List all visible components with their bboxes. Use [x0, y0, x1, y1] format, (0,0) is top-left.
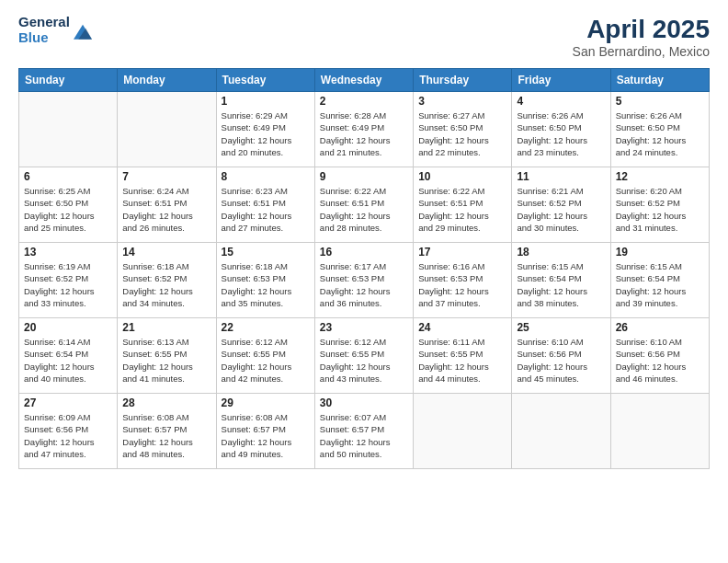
day-info: Sunrise: 6:28 AM Sunset: 6:49 PM Dayligh… — [320, 109, 408, 158]
day-number: 10 — [418, 170, 506, 183]
day-number: 28 — [122, 396, 210, 409]
calendar-cell: 13Sunrise: 6:19 AM Sunset: 6:52 PM Dayli… — [19, 243, 118, 318]
calendar-cell: 10Sunrise: 6:22 AM Sunset: 6:51 PM Dayli… — [414, 167, 512, 243]
day-info: Sunrise: 6:13 AM Sunset: 6:55 PM Dayligh… — [122, 336, 210, 385]
calendar-cell: 1Sunrise: 6:29 AM Sunset: 6:49 PM Daylig… — [216, 92, 314, 167]
day-number: 2 — [320, 95, 408, 108]
day-number: 30 — [320, 396, 408, 409]
day-info: Sunrise: 6:20 AM Sunset: 6:52 PM Dayligh… — [616, 185, 704, 234]
day-number: 16 — [320, 246, 408, 259]
logo: General Blue — [18, 15, 92, 45]
day-info: Sunrise: 6:17 AM Sunset: 6:53 PM Dayligh… — [320, 260, 408, 309]
day-number: 1 — [222, 95, 310, 108]
calendar-cell: 17Sunrise: 6:16 AM Sunset: 6:53 PM Dayli… — [414, 243, 512, 318]
day-number: 11 — [517, 170, 605, 183]
day-info: Sunrise: 6:19 AM Sunset: 6:52 PM Dayligh… — [24, 260, 112, 309]
day-number: 8 — [222, 170, 310, 183]
day-number: 4 — [517, 95, 605, 108]
day-info: Sunrise: 6:22 AM Sunset: 6:51 PM Dayligh… — [418, 185, 506, 234]
calendar-cell: 30Sunrise: 6:07 AM Sunset: 6:57 PM Dayli… — [314, 394, 413, 469]
calendar-cell: 14Sunrise: 6:18 AM Sunset: 6:52 PM Dayli… — [118, 243, 216, 318]
day-info: Sunrise: 6:11 AM Sunset: 6:55 PM Dayligh… — [418, 336, 506, 385]
weekday-header-tuesday: Tuesday — [216, 69, 314, 92]
page: General Blue April 2025 San Bernardino, … — [0, 0, 728, 563]
logo-general: General — [18, 15, 70, 30]
day-number: 25 — [517, 321, 605, 334]
day-number: 6 — [24, 170, 112, 183]
calendar-cell: 22Sunrise: 6:12 AM Sunset: 6:55 PM Dayli… — [216, 318, 314, 394]
day-number: 3 — [418, 95, 506, 108]
calendar-cell: 26Sunrise: 6:10 AM Sunset: 6:56 PM Dayli… — [610, 318, 709, 394]
day-number: 27 — [24, 396, 112, 409]
day-info: Sunrise: 6:25 AM Sunset: 6:50 PM Dayligh… — [24, 185, 112, 234]
day-number: 29 — [222, 396, 310, 409]
day-info: Sunrise: 6:26 AM Sunset: 6:50 PM Dayligh… — [616, 109, 704, 158]
day-info: Sunrise: 6:08 AM Sunset: 6:57 PM Dayligh… — [122, 411, 210, 460]
day-info: Sunrise: 6:22 AM Sunset: 6:51 PM Dayligh… — [320, 185, 408, 234]
day-info: Sunrise: 6:18 AM Sunset: 6:52 PM Dayligh… — [122, 260, 210, 309]
day-info: Sunrise: 6:09 AM Sunset: 6:56 PM Dayligh… — [24, 411, 112, 460]
calendar-cell: 27Sunrise: 6:09 AM Sunset: 6:56 PM Dayli… — [19, 394, 118, 469]
day-number: 15 — [222, 246, 310, 259]
header: General Blue April 2025 San Bernardino, … — [18, 15, 710, 59]
day-number: 20 — [24, 321, 112, 334]
location: San Bernardino, Mexico — [573, 44, 710, 59]
day-number: 19 — [616, 246, 704, 259]
calendar-cell: 4Sunrise: 6:26 AM Sunset: 6:50 PM Daylig… — [512, 92, 610, 167]
week-row-2: 13Sunrise: 6:19 AM Sunset: 6:52 PM Dayli… — [19, 243, 710, 318]
day-info: Sunrise: 6:14 AM Sunset: 6:54 PM Dayligh… — [24, 336, 112, 385]
day-info: Sunrise: 6:29 AM Sunset: 6:49 PM Dayligh… — [222, 109, 310, 158]
day-number: 22 — [222, 321, 310, 334]
calendar-cell: 25Sunrise: 6:10 AM Sunset: 6:56 PM Dayli… — [512, 318, 610, 394]
calendar-cell: 28Sunrise: 6:08 AM Sunset: 6:57 PM Dayli… — [118, 394, 216, 469]
calendar-cell: 6Sunrise: 6:25 AM Sunset: 6:50 PM Daylig… — [19, 167, 118, 243]
calendar-cell: 11Sunrise: 6:21 AM Sunset: 6:52 PM Dayli… — [512, 167, 610, 243]
calendar-cell: 16Sunrise: 6:17 AM Sunset: 6:53 PM Dayli… — [314, 243, 413, 318]
calendar-cell — [19, 92, 118, 167]
day-info: Sunrise: 6:27 AM Sunset: 6:50 PM Dayligh… — [418, 109, 506, 158]
calendar-cell: 15Sunrise: 6:18 AM Sunset: 6:53 PM Dayli… — [216, 243, 314, 318]
day-number: 14 — [122, 246, 210, 259]
day-number: 23 — [320, 321, 408, 334]
day-info: Sunrise: 6:07 AM Sunset: 6:57 PM Dayligh… — [320, 411, 408, 460]
calendar-cell: 18Sunrise: 6:15 AM Sunset: 6:54 PM Dayli… — [512, 243, 610, 318]
day-info: Sunrise: 6:15 AM Sunset: 6:54 PM Dayligh… — [616, 260, 704, 309]
calendar-cell: 23Sunrise: 6:12 AM Sunset: 6:55 PM Dayli… — [314, 318, 413, 394]
month-title: April 2025 — [573, 15, 710, 44]
calendar-cell: 2Sunrise: 6:28 AM Sunset: 6:49 PM Daylig… — [314, 92, 413, 167]
logo-text: General Blue — [18, 15, 70, 45]
logo-icon — [74, 22, 92, 40]
weekday-header-saturday: Saturday — [610, 69, 709, 92]
calendar-cell: 8Sunrise: 6:23 AM Sunset: 6:51 PM Daylig… — [216, 167, 314, 243]
day-number: 13 — [24, 246, 112, 259]
day-info: Sunrise: 6:10 AM Sunset: 6:56 PM Dayligh… — [616, 336, 704, 385]
week-row-3: 20Sunrise: 6:14 AM Sunset: 6:54 PM Dayli… — [19, 318, 710, 394]
calendar-cell: 29Sunrise: 6:08 AM Sunset: 6:57 PM Dayli… — [216, 394, 314, 469]
calendar-cell: 7Sunrise: 6:24 AM Sunset: 6:51 PM Daylig… — [118, 167, 216, 243]
day-info: Sunrise: 6:24 AM Sunset: 6:51 PM Dayligh… — [122, 185, 210, 234]
day-number: 18 — [517, 246, 605, 259]
calendar-cell — [610, 394, 709, 469]
weekday-header-wednesday: Wednesday — [314, 69, 413, 92]
calendar-cell: 20Sunrise: 6:14 AM Sunset: 6:54 PM Dayli… — [19, 318, 118, 394]
weekday-header-sunday: Sunday — [19, 69, 118, 92]
day-info: Sunrise: 6:15 AM Sunset: 6:54 PM Dayligh… — [517, 260, 605, 309]
calendar-cell — [118, 92, 216, 167]
weekday-header-friday: Friday — [512, 69, 610, 92]
day-info: Sunrise: 6:10 AM Sunset: 6:56 PM Dayligh… — [517, 336, 605, 385]
day-info: Sunrise: 6:12 AM Sunset: 6:55 PM Dayligh… — [222, 336, 310, 385]
week-row-1: 6Sunrise: 6:25 AM Sunset: 6:50 PM Daylig… — [19, 167, 710, 243]
calendar-cell — [414, 394, 512, 469]
calendar-cell: 5Sunrise: 6:26 AM Sunset: 6:50 PM Daylig… — [610, 92, 709, 167]
day-number: 5 — [616, 95, 704, 108]
day-number: 21 — [122, 321, 210, 334]
calendar-cell: 19Sunrise: 6:15 AM Sunset: 6:54 PM Dayli… — [610, 243, 709, 318]
logo-blue: Blue — [18, 30, 70, 46]
day-info: Sunrise: 6:16 AM Sunset: 6:53 PM Dayligh… — [418, 260, 506, 309]
weekday-header-monday: Monday — [118, 69, 216, 92]
calendar-cell: 3Sunrise: 6:27 AM Sunset: 6:50 PM Daylig… — [414, 92, 512, 167]
calendar-cell: 9Sunrise: 6:22 AM Sunset: 6:51 PM Daylig… — [314, 167, 413, 243]
weekday-header-thursday: Thursday — [414, 69, 512, 92]
weekday-header-row: SundayMondayTuesdayWednesdayThursdayFrid… — [19, 69, 710, 92]
day-number: 9 — [320, 170, 408, 183]
